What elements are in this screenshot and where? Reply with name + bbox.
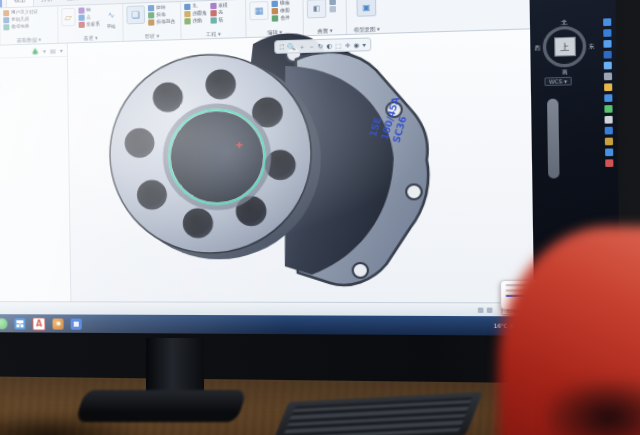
- axis-button[interactable]: 轴: [78, 7, 100, 14]
- wcs-button[interactable]: WCS ▾: [544, 77, 571, 86]
- tab-analysis[interactable]: 分析: [34, 0, 60, 6]
- draft-button[interactable]: 拔模: [210, 2, 228, 9]
- model-tree-panel: 🌲 ▾ ▤ ▾ RT P F SYS_DEF 1 6 1 2 3: [0, 44, 71, 302]
- chevron-down-icon[interactable]: ▾: [362, 39, 365, 50]
- repaint-icon[interactable]: ↻: [318, 40, 324, 51]
- trim-icon: [272, 8, 278, 14]
- docked-palette-titlebar[interactable]: [547, 99, 560, 179]
- 3d-model-flange[interactable]: 1SE 100/45A SC36: [72, 10, 458, 319]
- revolve-button[interactable]: 旋转: [148, 4, 175, 11]
- photo-scene: 45C230 (活动的) - Creo Parametric — ❐ 文件 模型…: [0, 0, 640, 435]
- toolbar-icon[interactable]: [603, 40, 611, 48]
- toolbar-icon[interactable]: [605, 148, 613, 156]
- tree-doc-icon[interactable]: ▤: [50, 46, 56, 53]
- zoom-icon[interactable]: 🔍: [287, 41, 295, 52]
- toolbar-icon[interactable]: [605, 116, 613, 124]
- plate-hole[interactable]: [353, 263, 368, 278]
- toolbar-icon[interactable]: [604, 62, 612, 70]
- zoom-out-icon[interactable]: －: [308, 41, 315, 52]
- plane-icon: ▱: [65, 12, 72, 22]
- surface-icon: [329, 0, 336, 5]
- toolbar-icon[interactable]: [604, 105, 612, 113]
- compass-south-label[interactable]: 南: [562, 68, 568, 75]
- tab-model[interactable]: 模型: [6, 0, 34, 7]
- axis-icon: [78, 7, 84, 13]
- tree-item[interactable]: 6: [0, 162, 69, 171]
- taskbar-apps: A: [0, 317, 82, 331]
- refit-icon[interactable]: ⛶: [280, 42, 285, 53]
- toolbar-icon[interactable]: [604, 72, 612, 80]
- desk-shadow: [0, 400, 230, 435]
- compass-west-label[interactable]: 西: [535, 44, 541, 51]
- status-icon[interactable]: [478, 307, 484, 312]
- udf-icon: [3, 10, 9, 16]
- ribbon-group-get-data: 用户定义特征 复制几何 收缩包络 获取数据 ▾: [0, 6, 59, 44]
- hole-icon: [184, 4, 190, 10]
- sweep-button[interactable]: 扫描: [148, 11, 175, 18]
- extrude-icon: ❏: [131, 10, 139, 21]
- shading-style-icon[interactable]: ◐: [326, 40, 332, 51]
- person-dark-clothing: [548, 382, 640, 435]
- round-button[interactable]: 倒圆角: [184, 10, 207, 17]
- toolbar-icon[interactable]: [605, 138, 613, 146]
- pattern-icon: ▦: [254, 5, 263, 16]
- sweep-icon: [148, 12, 154, 18]
- trim-button[interactable]: 修剪: [272, 8, 290, 15]
- statusbar-icons: [478, 307, 493, 312]
- graphics-area[interactable]: 1SE 100/45A SC36: [67, 29, 534, 302]
- shrinkwrap-icon: [3, 24, 9, 30]
- toolbar-icon[interactable]: [603, 18, 611, 26]
- round-icon: [184, 11, 190, 17]
- chevron-down-icon[interactable]: ▾: [43, 47, 46, 54]
- toolbar-icon[interactable]: [605, 159, 613, 167]
- file-menu-button[interactable]: 文件: [0, 0, 2, 8]
- shrinkwrap-button[interactable]: 收缩包络: [3, 23, 54, 31]
- keyboard-keys: [281, 397, 472, 435]
- compass-north-label[interactable]: 北: [561, 19, 567, 26]
- autocad-icon[interactable]: A: [32, 317, 45, 330]
- toolbar-icon[interactable]: [604, 51, 612, 59]
- toolbar-icon[interactable]: [604, 94, 612, 102]
- toolbar-icon[interactable]: [605, 127, 613, 135]
- plate-hole[interactable]: [406, 184, 422, 199]
- hole-button[interactable]: 孔: [184, 3, 207, 10]
- shell-button[interactable]: 壳: [210, 10, 228, 17]
- viewcube[interactable]: 北 南 西 东 上: [539, 22, 590, 71]
- point-button[interactable]: 点: [78, 14, 100, 21]
- office-app-icon[interactable]: [71, 318, 82, 329]
- mirror-icon: [272, 1, 278, 7]
- shell-icon: [210, 10, 216, 16]
- vertical-toolbar: [603, 18, 613, 167]
- surface-icon: [329, 6, 336, 13]
- creo-window: 45C230 (活动的) - Creo Parametric — ❐ 文件 模型…: [0, 0, 534, 316]
- view-manager-icon[interactable]: ◉: [353, 39, 359, 50]
- copy-geometry-icon: [3, 17, 9, 23]
- windows-start-icon[interactable]: [14, 318, 25, 329]
- security-app-icon[interactable]: [0, 318, 8, 329]
- toolbar-icon[interactable]: [604, 83, 612, 91]
- sketch-icon: ∿: [108, 10, 115, 19]
- mirror-button[interactable]: 镜像: [272, 0, 290, 7]
- zoom-in-icon[interactable]: ＋: [298, 41, 305, 52]
- chevron-down-icon[interactable]: ▾: [60, 46, 63, 53]
- messenger-app-icon[interactable]: [52, 318, 63, 329]
- in-graphics-toolbar: ⛶ 🔍 ＋ － ↻ ◐ ⬚ ✛ ◉ ▾: [274, 37, 371, 53]
- point-icon: [78, 15, 84, 21]
- draft-icon: [210, 3, 216, 9]
- tree-filter-icon[interactable]: 🌲: [31, 47, 39, 54]
- spin-center-icon[interactable]: ✛: [345, 40, 351, 51]
- viewcube-top-face[interactable]: 上: [554, 37, 576, 57]
- revolve-icon: [148, 5, 154, 11]
- group-label[interactable]: 获取数据 ▾: [4, 36, 55, 44]
- compass-east-label[interactable]: 东: [588, 43, 594, 50]
- datum-display-icon[interactable]: ⬚: [335, 40, 341, 51]
- toolbar-icon[interactable]: [603, 29, 611, 37]
- status-icon[interactable]: [487, 307, 493, 312]
- sketch-button[interactable]: ∿: [103, 6, 120, 23]
